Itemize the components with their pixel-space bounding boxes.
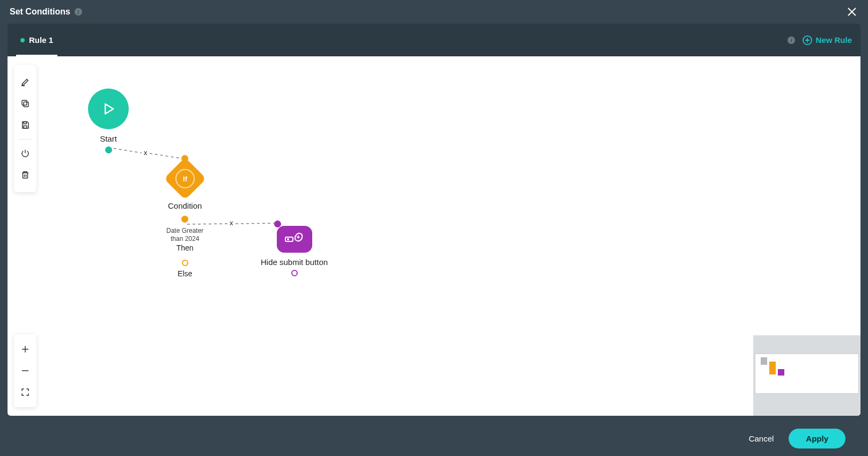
info-icon[interactable]: i — [788, 36, 795, 44]
port-out[interactable] — [291, 270, 298, 276]
condition-node[interactable]: If Condition Date Greater than 2024 Then… — [166, 164, 203, 278]
action-rect[interactable] — [277, 226, 312, 253]
flow-layer: x x Start If Condition Date Greater than… — [8, 56, 860, 416]
close-button[interactable] — [845, 5, 858, 18]
minimap[interactable] — [753, 335, 860, 416]
port-else[interactable] — [182, 260, 188, 266]
status-dot-icon — [20, 38, 25, 42]
tabs-bar: Rule 1 i New Rule — [8, 24, 860, 56]
canvas[interactable]: x x Start If Condition Date Greater than… — [8, 56, 860, 416]
modal-title: Set Conditions — [10, 7, 70, 17]
new-rule-label: New Rule — [815, 35, 852, 45]
condition-subtext: Date Greater — [166, 227, 203, 235]
apply-button[interactable]: Apply — [789, 429, 845, 448]
condition-diamond[interactable]: If — [164, 157, 206, 200]
tab-rule-1[interactable]: Rule 1 — [16, 24, 57, 56]
modal-footer: Cancel Apply — [0, 421, 868, 456]
modal-header: Set Conditions i — [0, 0, 868, 24]
minimap-node — [778, 369, 784, 376]
action-icon — [284, 231, 305, 247]
then-label: Then — [176, 244, 194, 252]
start-node[interactable]: Start — [88, 89, 129, 153]
minimap-node — [769, 362, 776, 374]
delete-edge[interactable]: x — [230, 219, 233, 227]
else-label: Else — [178, 269, 192, 278]
new-rule-button[interactable]: New Rule — [803, 35, 852, 45]
cancel-button[interactable]: Cancel — [749, 434, 774, 443]
minimap-node — [761, 357, 767, 365]
start-circle[interactable] — [88, 89, 129, 129]
if-badge: If — [175, 169, 195, 188]
port-out[interactable] — [105, 146, 112, 153]
action-node[interactable]: Hide submit button — [261, 226, 328, 276]
delete-edge[interactable]: x — [144, 149, 148, 157]
svg-point-7 — [287, 238, 289, 240]
minimap-viewport[interactable] — [755, 354, 859, 394]
tab-label: Rule 1 — [29, 35, 53, 45]
play-icon — [101, 101, 116, 116]
plus-circle-icon — [803, 35, 812, 45]
condition-subtext-2: than 2024 — [171, 235, 199, 243]
condition-label: Condition — [168, 201, 202, 210]
action-label: Hide submit button — [261, 258, 328, 267]
start-label: Start — [100, 134, 117, 143]
info-icon[interactable]: i — [75, 8, 82, 16]
edges — [8, 56, 860, 416]
port-then[interactable] — [181, 216, 188, 223]
